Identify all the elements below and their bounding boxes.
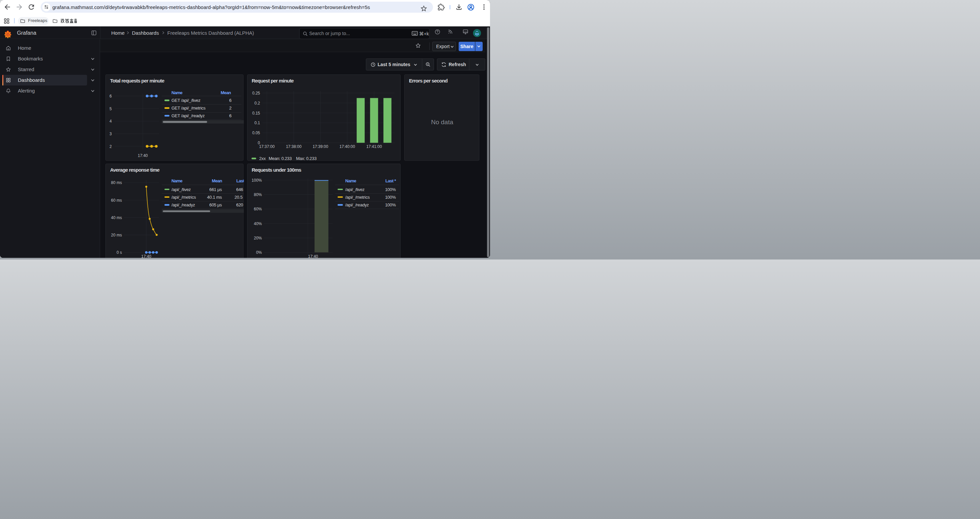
svg-text:0.25: 0.25 <box>252 91 260 96</box>
svg-text:17:41:00: 17:41:00 <box>366 144 382 149</box>
svg-text:17:37:00: 17:37:00 <box>259 144 275 149</box>
svg-text:17:40: 17:40 <box>141 254 151 258</box>
svg-text:80%: 80% <box>253 192 261 197</box>
svg-text:60 ms: 60 ms <box>111 198 122 203</box>
svg-text:17:39:00: 17:39:00 <box>313 144 328 149</box>
svg-text:100%: 100% <box>251 178 262 182</box>
svg-text:17:38:00: 17:38:00 <box>286 144 302 149</box>
svg-text:3: 3 <box>110 132 112 136</box>
svg-text:0.1: 0.1 <box>254 121 260 125</box>
svg-text:20%: 20% <box>253 235 261 240</box>
svg-text:0.05: 0.05 <box>252 131 260 135</box>
svg-text:80 ms: 80 ms <box>111 180 122 185</box>
svg-text:0%: 0% <box>256 250 262 255</box>
svg-text:2: 2 <box>110 144 112 149</box>
svg-text:60%: 60% <box>253 207 261 211</box>
svg-text:17:40: 17:40 <box>308 254 318 258</box>
svg-text:17:40: 17:40 <box>138 153 148 158</box>
svg-text:20 ms: 20 ms <box>111 233 122 238</box>
svg-text:5: 5 <box>110 107 112 111</box>
svg-text:0 s: 0 s <box>116 250 122 255</box>
svg-text:4: 4 <box>110 119 112 124</box>
svg-text:17:40:00: 17:40:00 <box>339 144 355 149</box>
svg-text:40 ms: 40 ms <box>111 215 122 220</box>
svg-text:6: 6 <box>110 94 112 99</box>
svg-text:40%: 40% <box>253 221 261 226</box>
svg-text:0.15: 0.15 <box>252 111 260 115</box>
svg-text:0.2: 0.2 <box>254 101 260 105</box>
